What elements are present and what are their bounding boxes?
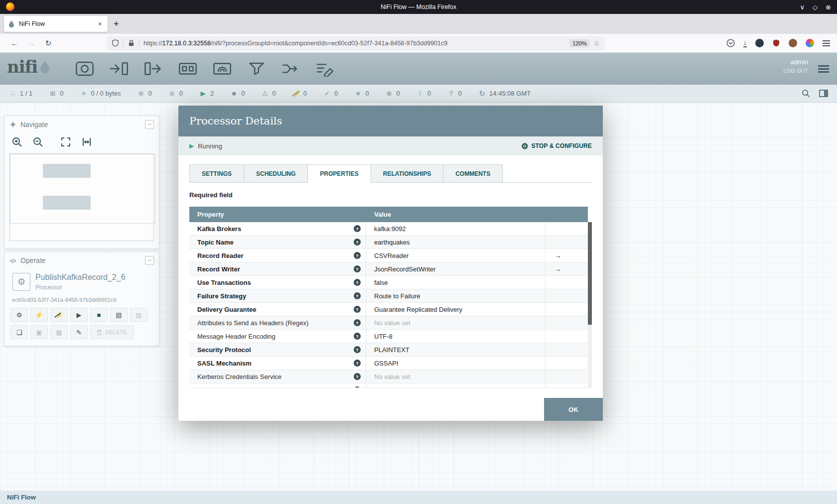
template-icon[interactable] [280, 60, 302, 78]
property-row[interactable]: Kafka Brokers?kafka:9092 [189, 222, 588, 236]
actual-size-button[interactable] [80, 135, 93, 148]
upload-template-button[interactable]: ▧ [130, 308, 147, 322]
remote-process-group-icon[interactable] [211, 60, 233, 78]
help-icon[interactable]: ? [354, 279, 361, 286]
property-value[interactable]: GSSAPI [366, 357, 546, 370]
help-icon[interactable]: ? [354, 360, 361, 367]
output-port-icon[interactable] [142, 60, 164, 78]
dialog-tab-properties[interactable]: PROPERTIES [307, 164, 371, 183]
window-minimize-icon[interactable]: ∨ [800, 3, 805, 11]
go-to-service-icon[interactable]: → [555, 252, 561, 259]
window-maximize-icon[interactable]: ◇ [813, 3, 818, 11]
help-icon[interactable]: ? [354, 306, 361, 313]
new-tab-button[interactable]: + [114, 19, 119, 29]
go-to-service-icon[interactable]: → [555, 265, 561, 273]
extension-icon-1[interactable] [755, 39, 764, 47]
back-button[interactable]: ← [6, 39, 23, 47]
property-value[interactable]: earthquakes [366, 236, 546, 249]
group-button[interactable]: ▦ [50, 325, 68, 339]
property-value[interactable]: kafka:9092 [366, 222, 546, 235]
table-scrollbar-thumb[interactable] [588, 222, 592, 325]
property-value[interactable]: false [366, 276, 546, 289]
stop-and-configure-button[interactable]: ⚙ STOP & CONFIGURE [521, 141, 592, 151]
property-row[interactable]: Security Protocol?PLAINTEXT [189, 343, 588, 357]
dialog-tab-settings[interactable]: SETTINGS [189, 164, 244, 183]
property-value[interactable]: No value set [366, 383, 546, 388]
funnel-icon[interactable] [246, 60, 268, 78]
property-value[interactable]: CSVReader [366, 249, 546, 262]
collapse-navigate-button[interactable]: − [145, 120, 154, 129]
property-value[interactable]: No value set [366, 316, 546, 329]
help-icon[interactable]: ? [354, 292, 361, 299]
property-value[interactable]: PLAINTEXT [366, 343, 546, 356]
breadcrumb[interactable]: NiFi Flow [7, 494, 36, 501]
property-row[interactable]: Use Transactions?false [189, 276, 588, 289]
browser-tab[interactable]: NiFi Flow × [4, 16, 108, 32]
refresh-icon[interactable]: ↻ [478, 89, 486, 98]
paste-button[interactable]: ▣ [30, 325, 48, 339]
url-bar[interactable]: https://172.18.0.3:32558/nifi/?processGr… [107, 36, 605, 50]
forward-button[interactable]: → [23, 39, 40, 47]
collapse-operate-button[interactable]: − [145, 256, 154, 265]
property-value[interactable]: JsonRecordSetWriter [366, 262, 546, 275]
help-icon[interactable]: ? [354, 386, 361, 388]
help-icon[interactable]: ? [354, 265, 361, 272]
property-row[interactable]: Attributes to Send as Headers (Regex)?No… [189, 316, 588, 330]
zoom-level-badge[interactable]: 120% [569, 39, 589, 47]
window-close-icon[interactable]: ⊗ [826, 3, 831, 11]
property-row[interactable]: Record Writer?JsonRecordSetWriter→ [189, 262, 588, 276]
property-row[interactable]: Topic Name?earthquakes [189, 236, 588, 249]
table-scrollbar[interactable] [588, 222, 592, 388]
pocket-icon[interactable] [726, 39, 735, 47]
url-text[interactable]: https://172.18.0.3:32558/nifi/?processGr… [143, 40, 569, 47]
ok-button[interactable]: OK [544, 398, 603, 421]
zoom-out-button[interactable] [31, 135, 44, 148]
help-icon[interactable]: ? [354, 333, 361, 340]
label-icon[interactable] [314, 60, 336, 78]
enable-button[interactable]: ⚡ [30, 308, 48, 322]
panel-toggle-icon[interactable] [819, 90, 828, 97]
lock-icon[interactable] [128, 39, 135, 47]
help-icon[interactable]: ? [354, 373, 361, 380]
start-button[interactable]: ▶ [70, 308, 88, 322]
property-value[interactable]: UTF-8 [366, 330, 546, 343]
copy-button[interactable]: ❏ [10, 325, 28, 339]
fill-color-button[interactable]: ✎ [70, 325, 88, 339]
disable-button[interactable]: ⚡ [50, 308, 68, 322]
extension-icon-2[interactable] [772, 39, 780, 47]
process-group-icon[interactable] [177, 60, 199, 78]
bookmark-star-icon[interactable]: ☆ [593, 39, 600, 47]
downloads-icon[interactable]: ↓ [743, 39, 747, 47]
help-icon[interactable]: ? [354, 319, 361, 326]
shield-icon[interactable] [112, 39, 119, 47]
property-row[interactable]: Kerberos Credentials Service?No value se… [189, 370, 588, 383]
processor-icon[interactable] [74, 60, 96, 78]
input-port-icon[interactable] [108, 60, 130, 78]
dialog-tab-relationships[interactable]: RELATIONSHIPS [371, 164, 443, 183]
dialog-tab-comments[interactable]: COMMENTS [443, 164, 503, 183]
menu-button[interactable] [823, 39, 830, 48]
help-icon[interactable]: ? [354, 239, 361, 246]
extension-icon-3[interactable] [789, 39, 797, 47]
save-template-button[interactable]: ▤ [110, 308, 128, 322]
configure-button[interactable]: ⚙ [10, 308, 28, 322]
help-icon[interactable]: ? [354, 252, 361, 259]
property-value[interactable]: Guarantee Replicated Delivery [366, 303, 546, 316]
zoom-fit-button[interactable] [59, 135, 72, 148]
stop-button[interactable]: ■ [90, 308, 108, 322]
property-row[interactable]: Kerberos Service Name?No value set [189, 383, 588, 388]
property-value[interactable]: Route to Failure [366, 289, 546, 302]
search-icon[interactable] [802, 89, 810, 98]
property-row[interactable]: Record Reader?CSVReader→ [189, 249, 588, 262]
refresh-status[interactable]: ↻ 14:45:08 GMT [478, 89, 531, 98]
birdseye-minimap[interactable] [9, 153, 154, 241]
property-row[interactable]: Message Header Encoding?UTF-8 [189, 330, 588, 343]
dialog-tab-scheduling[interactable]: SCHEDULING [244, 164, 308, 183]
zoom-in-button[interactable] [10, 135, 23, 148]
delete-button[interactable]: DELETE [90, 325, 134, 339]
reload-button[interactable]: ↻ [40, 39, 57, 48]
property-row[interactable]: Delivery Guarantee?Guarantee Replicated … [189, 303, 588, 316]
global-menu-button[interactable] [818, 64, 829, 74]
help-icon[interactable]: ? [354, 346, 361, 353]
logout-link[interactable]: LOG OUT [784, 68, 808, 74]
